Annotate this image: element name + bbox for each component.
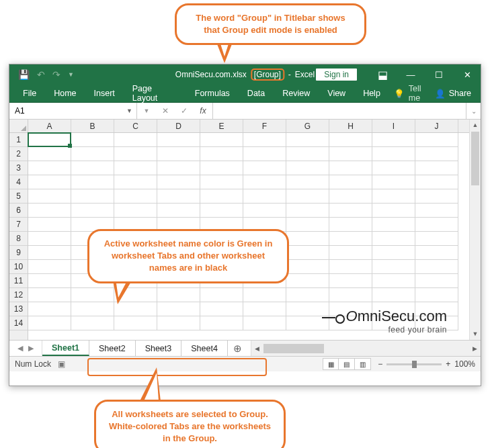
cell[interactable] bbox=[415, 147, 458, 161]
undo-icon[interactable]: ↶ bbox=[37, 69, 45, 80]
row-header[interactable]: 12 bbox=[9, 288, 28, 302]
cell[interactable] bbox=[200, 147, 243, 161]
cell[interactable] bbox=[114, 161, 157, 175]
cell[interactable] bbox=[329, 260, 372, 274]
column-header[interactable]: J bbox=[415, 120, 458, 132]
row-header[interactable]: 11 bbox=[9, 274, 28, 288]
row-header[interactable]: 2 bbox=[9, 147, 28, 161]
cell[interactable] bbox=[329, 147, 372, 161]
cell[interactable] bbox=[286, 204, 329, 218]
cell[interactable] bbox=[329, 133, 372, 147]
expand-formula-bar-icon[interactable]: ⌄ bbox=[466, 103, 481, 119]
cell[interactable] bbox=[415, 189, 458, 204]
cell[interactable] bbox=[372, 204, 415, 218]
cell[interactable] bbox=[28, 316, 71, 330]
row-header[interactable]: 6 bbox=[9, 204, 28, 218]
column-header[interactable]: C bbox=[114, 120, 157, 132]
share-button[interactable]: 👤 Share bbox=[435, 89, 471, 99]
cell[interactable] bbox=[372, 161, 415, 175]
column-header[interactable]: A bbox=[28, 120, 71, 132]
column-header[interactable]: I bbox=[372, 120, 415, 132]
tab-view[interactable]: View bbox=[319, 86, 354, 101]
cell[interactable] bbox=[243, 147, 286, 161]
cell[interactable] bbox=[28, 288, 71, 302]
cell[interactable] bbox=[243, 204, 286, 218]
tab-formulas[interactable]: Formulas bbox=[187, 86, 238, 101]
cell[interactable] bbox=[286, 288, 329, 302]
tab-file[interactable]: File bbox=[15, 86, 44, 101]
cell[interactable] bbox=[286, 232, 329, 246]
tab-next-icon[interactable]: ▶ bbox=[28, 344, 34, 353]
cell[interactable] bbox=[243, 133, 286, 147]
cell[interactable] bbox=[372, 189, 415, 204]
row-header[interactable]: 10 bbox=[9, 260, 28, 274]
cell[interactable] bbox=[243, 316, 286, 330]
cell[interactable] bbox=[28, 260, 71, 274]
cell[interactable] bbox=[28, 302, 71, 316]
scroll-left-icon[interactable]: ◀ bbox=[251, 345, 263, 352]
cell[interactable] bbox=[415, 232, 458, 246]
cell[interactable] bbox=[71, 316, 114, 330]
qat-customize-icon[interactable]: ▼ bbox=[68, 71, 74, 78]
cell[interactable] bbox=[415, 246, 458, 260]
name-box[interactable]: A1 ▼ bbox=[9, 103, 137, 119]
zoom-in-button[interactable]: + bbox=[446, 359, 450, 369]
cancel-icon[interactable]: ✕ bbox=[156, 106, 175, 116]
close-icon[interactable]: ✕ bbox=[454, 64, 481, 85]
cell[interactable] bbox=[243, 175, 286, 189]
maximize-icon[interactable]: ☐ bbox=[425, 64, 452, 85]
cell[interactable] bbox=[71, 147, 114, 161]
tab-home[interactable]: Home bbox=[46, 86, 84, 101]
cell[interactable] bbox=[243, 288, 286, 302]
cell[interactable] bbox=[71, 133, 114, 147]
page-layout-view-icon[interactable]: ▤ bbox=[339, 358, 355, 370]
zoom-thumb[interactable] bbox=[412, 361, 417, 368]
tab-prev-icon[interactable]: ◀ bbox=[17, 344, 23, 353]
cell[interactable] bbox=[329, 288, 372, 302]
cell[interactable] bbox=[286, 260, 329, 274]
cell[interactable] bbox=[329, 204, 372, 218]
cell[interactable] bbox=[157, 175, 200, 189]
tab-page-layout[interactable]: Page Layout bbox=[124, 81, 186, 105]
tab-insert[interactable]: Insert bbox=[86, 86, 123, 101]
cell[interactable] bbox=[114, 189, 157, 204]
cell[interactable] bbox=[286, 274, 329, 288]
cell[interactable] bbox=[329, 232, 372, 246]
cell[interactable] bbox=[329, 175, 372, 189]
cell[interactable] bbox=[415, 288, 458, 302]
cell[interactable] bbox=[28, 204, 71, 218]
cell[interactable] bbox=[286, 147, 329, 161]
cell[interactable] bbox=[114, 302, 157, 316]
tab-nav-buttons[interactable]: ◀ ▶ bbox=[9, 341, 42, 356]
zoom-out-button[interactable]: − bbox=[378, 359, 382, 369]
cell[interactable] bbox=[157, 147, 200, 161]
minimize-icon[interactable]: — bbox=[397, 64, 424, 85]
sheet-tab-sheet3[interactable]: Sheet3 bbox=[136, 341, 182, 356]
sheet-tab-sheet4[interactable]: Sheet4 bbox=[181, 341, 228, 356]
scroll-up-icon[interactable]: ▲ bbox=[470, 120, 481, 131]
row-header[interactable]: 13 bbox=[9, 302, 28, 316]
cell[interactable] bbox=[415, 133, 458, 147]
zoom-slider[interactable] bbox=[386, 363, 442, 365]
add-sheet-button[interactable]: ⊕ bbox=[228, 341, 248, 356]
row-header[interactable]: 14 bbox=[9, 316, 28, 330]
cell[interactable] bbox=[114, 204, 157, 218]
row-header[interactable]: 3 bbox=[9, 161, 28, 175]
cell[interactable] bbox=[28, 133, 71, 147]
save-icon[interactable]: 💾 bbox=[18, 69, 30, 80]
cell[interactable] bbox=[329, 246, 372, 260]
cell[interactable] bbox=[28, 189, 71, 204]
cell[interactable] bbox=[71, 189, 114, 204]
zoom-level[interactable]: 100% bbox=[454, 359, 475, 369]
cell[interactable] bbox=[200, 175, 243, 189]
cell[interactable] bbox=[28, 161, 71, 175]
scroll-down-icon[interactable]: ▼ bbox=[470, 328, 481, 340]
cell[interactable] bbox=[200, 288, 243, 302]
column-header[interactable]: B bbox=[71, 120, 114, 132]
cell[interactable] bbox=[415, 218, 458, 232]
cell[interactable] bbox=[372, 232, 415, 246]
cell[interactable] bbox=[114, 175, 157, 189]
column-header[interactable]: E bbox=[200, 120, 243, 132]
cell[interactable] bbox=[286, 246, 329, 260]
cell[interactable] bbox=[286, 189, 329, 204]
